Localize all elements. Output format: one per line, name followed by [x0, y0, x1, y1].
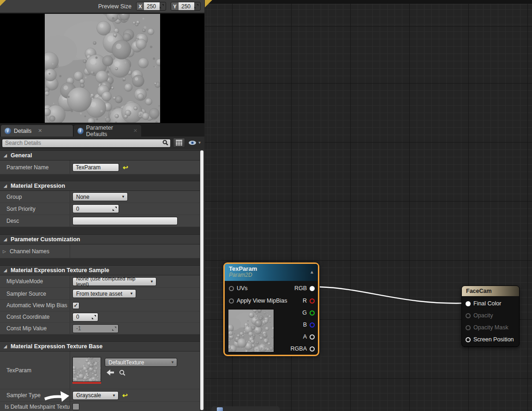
section-material-expression[interactable]: ◢ Material Expression: [0, 181, 200, 191]
sampler-source-dropdown[interactable]: From texture asset ▼: [72, 289, 136, 298]
section-title: Material Expression Texture Sample: [11, 267, 109, 274]
display-filter-button[interactable]: ▼: [187, 138, 202, 148]
details-scrollbar[interactable]: [200, 150, 203, 410]
use-selected-asset-icon[interactable]: [107, 369, 114, 375]
dropdown-value: From texture asset: [76, 291, 122, 297]
expanded-arrow-icon: ◢: [4, 268, 7, 273]
texture-preview-viewport[interactable]: [0, 13, 204, 123]
texture-asset-thumbnail[interactable]: [72, 357, 101, 384]
chevron-down-icon: ▼: [112, 393, 116, 398]
property-label: TexParam: [0, 351, 70, 389]
output-pin-b[interactable]: B: [303, 320, 315, 329]
node-facecam-header[interactable]: FaceCam: [462, 286, 519, 296]
pin-label: UVs: [237, 285, 248, 292]
spin-drag-icon[interactable]: [160, 4, 166, 8]
pin-circle-icon[interactable]: [310, 346, 315, 351]
details-tab-icon: i: [5, 128, 11, 134]
sort-priority-spinbox[interactable]: 0: [72, 204, 119, 213]
input-pin-apply-view-mipbias[interactable]: Apply View MipBias: [229, 296, 287, 305]
pin-circle-icon[interactable]: [466, 313, 471, 318]
output-pin-r[interactable]: R: [303, 296, 315, 305]
pin-circle-icon[interactable]: [229, 286, 234, 291]
input-pin-screen-position[interactable]: Screen Position: [466, 335, 514, 344]
output-pin-a[interactable]: A: [303, 332, 315, 341]
pin-circle-icon[interactable]: [310, 298, 315, 304]
eye-icon: [188, 140, 197, 145]
pin-label: B: [303, 322, 307, 328]
section-title: Material Expression: [11, 183, 65, 189]
expanded-arrow-icon: ◢: [4, 153, 7, 158]
tab-parameter-defaults[interactable]: i Parameter Defaults ✕: [74, 125, 141, 137]
mip-value-mode-dropdown[interactable]: None (use computed mip level) ▼: [72, 277, 156, 286]
node-texparam[interactable]: TexParam Param2D ▲ UVs Apply View MipBia…: [223, 262, 319, 356]
preview-size-y-value[interactable]: 250: [179, 2, 194, 10]
row-parameter-name: Parameter Name ↩: [0, 161, 200, 174]
spin-drag-icon[interactable]: [194, 4, 200, 8]
texture-preview-image: [45, 14, 160, 123]
parameter-name-input[interactable]: [72, 163, 119, 172]
section-general[interactable]: ◢ General: [0, 150, 200, 161]
texture-asset-dropdown[interactable]: DefaultTexture ▼: [105, 358, 177, 367]
tab-details[interactable]: i Details ✕: [1, 125, 73, 137]
input-pin-opacity[interactable]: Opacity: [466, 311, 493, 320]
node-texture-thumbnail: [228, 309, 274, 352]
close-tab-icon[interactable]: ✕: [133, 128, 137, 134]
automatic-view-mip-bias-checkbox[interactable]: ✓: [72, 302, 79, 309]
output-pin-g[interactable]: G: [302, 308, 315, 317]
property-matrix-button[interactable]: [173, 138, 185, 148]
close-tab-icon[interactable]: ✕: [38, 128, 42, 134]
section-parameter-customization[interactable]: ◢ Parameter Customization: [0, 234, 200, 244]
spin-drag-icon: [112, 327, 118, 331]
reset-to-default-icon[interactable]: ↩: [123, 164, 128, 171]
output-pin-rgb[interactable]: RGB: [294, 284, 315, 293]
property-label[interactable]: ▷ Channel Names: [0, 244, 70, 258]
section-texture-sample[interactable]: ◢ Material Expression Texture Sample: [0, 265, 200, 275]
bottom-panel-tab[interactable]: [211, 406, 280, 411]
sampler-type-dropdown[interactable]: Grayscale ▼: [72, 391, 119, 400]
desc-input[interactable]: [72, 217, 178, 225]
collapse-node-icon[interactable]: ▲: [310, 269, 314, 274]
pin-label: R: [303, 298, 307, 304]
node-facecam[interactable]: FaceCam Final Color Opacity Opacity Mask…: [461, 286, 520, 347]
output-pin-rgba[interactable]: RGBA: [291, 344, 315, 353]
spin-drag-icon[interactable]: [113, 207, 119, 211]
section-texture-base[interactable]: ◢ Material Expression Texture Base: [0, 341, 200, 351]
is-default-meshpaint-checkbox[interactable]: [72, 403, 79, 410]
group-dropdown[interactable]: None ▼: [72, 192, 128, 201]
row-sampler-type: Sampler Type Grayscale ▼ ↩: [0, 389, 200, 402]
reset-to-default-icon[interactable]: ↩: [122, 392, 128, 399]
spin-drag-icon[interactable]: [92, 315, 98, 319]
node-texparam-header[interactable]: TexParam Param2D ▲: [225, 264, 318, 281]
search-input[interactable]: [2, 139, 171, 148]
input-pin-final-color[interactable]: Final Color: [466, 299, 501, 308]
row-is-default-meshpaint: Is Default Meshpaint Textu: [0, 402, 200, 411]
search-row: ▼: [0, 137, 204, 149]
property-label: Desc: [0, 215, 70, 226]
preview-size-x-value[interactable]: 250: [144, 2, 160, 10]
row-sort-priority: Sort Priority 0: [0, 203, 200, 215]
const-coordinate-spinbox[interactable]: 0: [72, 313, 98, 322]
pin-circle-icon[interactable]: [310, 334, 315, 340]
y-axis-label: Y: [171, 2, 179, 10]
pin-circle-icon[interactable]: [310, 322, 315, 328]
node-title: FaceCam: [466, 288, 492, 294]
browse-to-asset-icon[interactable]: [119, 369, 126, 376]
pin-circle-icon[interactable]: [310, 286, 315, 291]
collapsed-arrow-icon[interactable]: ▷: [3, 249, 6, 254]
material-graph-canvas[interactable]: TexParam Param2D ▲ UVs Apply View MipBia…: [205, 0, 532, 411]
pin-circle-icon[interactable]: [310, 310, 315, 316]
pin-circle-icon[interactable]: [466, 337, 471, 342]
input-pin-uvs[interactable]: UVs: [229, 284, 248, 293]
input-pin-opacity-mask[interactable]: Opacity Mask: [466, 323, 508, 332]
expanded-arrow-icon: ◢: [4, 344, 7, 349]
node-title: TexParam: [229, 265, 314, 272]
pin-circle-icon[interactable]: [466, 325, 471, 330]
tab-details-label: Details: [14, 128, 31, 134]
pin-circle-icon[interactable]: [466, 301, 471, 306]
row-const-coordinate: Const Coordinate 0: [0, 311, 200, 323]
pin-label: Opacity Mask: [473, 324, 508, 331]
preview-size-x-spinbox[interactable]: X 250: [136, 2, 166, 11]
pin-circle-icon[interactable]: [229, 298, 234, 304]
preview-size-y-spinbox[interactable]: Y 250: [171, 2, 201, 11]
grid-icon: [176, 140, 182, 146]
